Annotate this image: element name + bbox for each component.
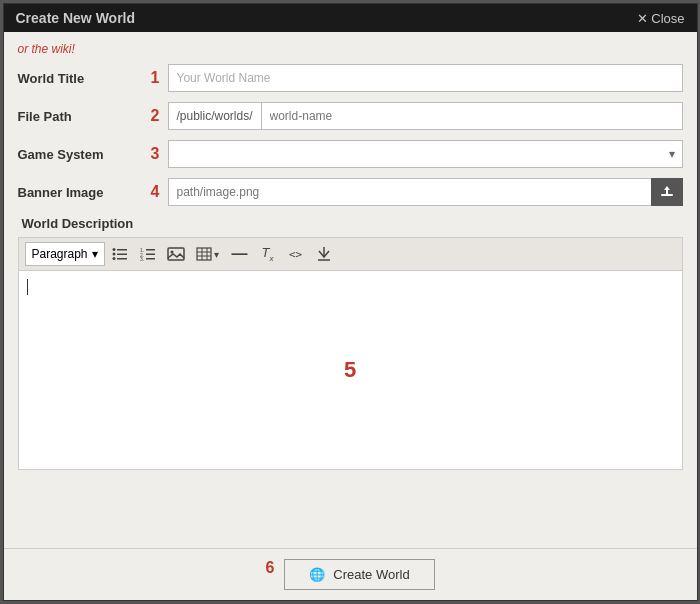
ordered-list-button[interactable]: 1. 2. 3.	[135, 242, 161, 266]
step1-number: 1	[138, 69, 160, 87]
insert-code-button[interactable]: <>	[283, 242, 309, 266]
world-description-label: World Description	[22, 216, 683, 231]
create-world-modal: Create New World ✕ Close or the wiki! Wo…	[3, 3, 698, 601]
banner-inputs	[168, 178, 683, 206]
svg-rect-10	[146, 249, 155, 251]
step3-number: 3	[138, 145, 160, 163]
image-icon	[167, 247, 185, 261]
table-icon	[196, 247, 212, 261]
svg-rect-6	[117, 254, 127, 256]
editor-toolbar: Paragraph ▾	[18, 237, 683, 270]
svg-point-5	[112, 253, 115, 256]
insert-image-button[interactable]	[163, 242, 189, 266]
modal-footer: 6 🌐 Create World	[4, 548, 697, 600]
modal-body: or the wiki! World Title 1 File Path 2 /…	[4, 32, 697, 548]
hr-icon: —	[232, 245, 248, 263]
svg-rect-8	[117, 258, 127, 260]
banner-image-row: Banner Image 4	[18, 178, 683, 206]
close-button[interactable]: ✕ Close	[637, 11, 685, 26]
svg-marker-2	[664, 186, 670, 190]
hint-text: or the wiki!	[18, 42, 683, 56]
step6-number: 6	[265, 559, 274, 590]
file-path-input[interactable]	[261, 102, 683, 130]
step2-number: 2	[138, 107, 160, 125]
editor-cursor	[27, 279, 28, 295]
world-title-input[interactable]	[168, 64, 683, 92]
paragraph-label: Paragraph	[32, 247, 88, 261]
svg-point-16	[170, 251, 173, 254]
ol-icon: 1. 2. 3.	[140, 247, 156, 261]
upload-icon	[659, 184, 675, 200]
export-button[interactable]	[311, 242, 337, 266]
step4-number: 4	[138, 183, 160, 201]
game-system-label: Game System	[18, 147, 138, 162]
banner-upload-button[interactable]	[651, 178, 683, 206]
file-path-inputs: /public/worlds/	[168, 102, 683, 130]
horizontal-rule-button[interactable]: —	[227, 242, 253, 266]
file-path-label: File Path	[18, 109, 138, 124]
ul-icon	[112, 247, 128, 261]
game-system-select-wrapper: ▾	[168, 140, 683, 168]
banner-image-label: Banner Image	[18, 185, 138, 200]
world-title-label: World Title	[18, 71, 138, 86]
svg-text:3.: 3.	[140, 256, 144, 261]
svg-rect-14	[146, 258, 155, 260]
paragraph-style-dropdown[interactable]: Paragraph ▾	[25, 242, 105, 266]
clear-format-icon: Tx	[262, 245, 274, 263]
create-world-icon: 🌐	[309, 567, 325, 582]
create-world-button[interactable]: 🌐 Create World	[284, 559, 434, 590]
unordered-list-button[interactable]	[107, 242, 133, 266]
editor-wrapper: Paragraph ▾	[18, 237, 683, 470]
svg-point-3	[112, 248, 115, 251]
export-icon	[316, 246, 332, 262]
world-description-editor[interactable]: 5	[18, 270, 683, 470]
step5-number: 5	[344, 357, 356, 383]
code-icon: <>	[289, 248, 302, 261]
file-path-row: File Path 2 /public/worlds/	[18, 102, 683, 130]
modal-header: Create New World ✕ Close	[4, 4, 697, 32]
insert-table-button[interactable]: ▾	[191, 242, 225, 266]
game-system-select[interactable]	[168, 140, 683, 168]
game-system-row: Game System 3 ▾	[18, 140, 683, 168]
svg-rect-15	[168, 248, 184, 260]
table-dropdown-arrow: ▾	[214, 249, 219, 260]
paragraph-dropdown-arrow: ▾	[92, 247, 98, 261]
world-title-row: World Title 1	[18, 64, 683, 92]
svg-rect-12	[146, 254, 155, 256]
modal-title: Create New World	[16, 10, 136, 26]
svg-rect-17	[197, 248, 211, 260]
create-world-label: Create World	[333, 567, 409, 582]
banner-path-input[interactable]	[168, 178, 651, 206]
svg-point-7	[112, 257, 115, 260]
clear-format-button[interactable]: Tx	[255, 242, 281, 266]
file-path-prefix: /public/worlds/	[168, 102, 261, 130]
svg-rect-4	[117, 249, 127, 251]
